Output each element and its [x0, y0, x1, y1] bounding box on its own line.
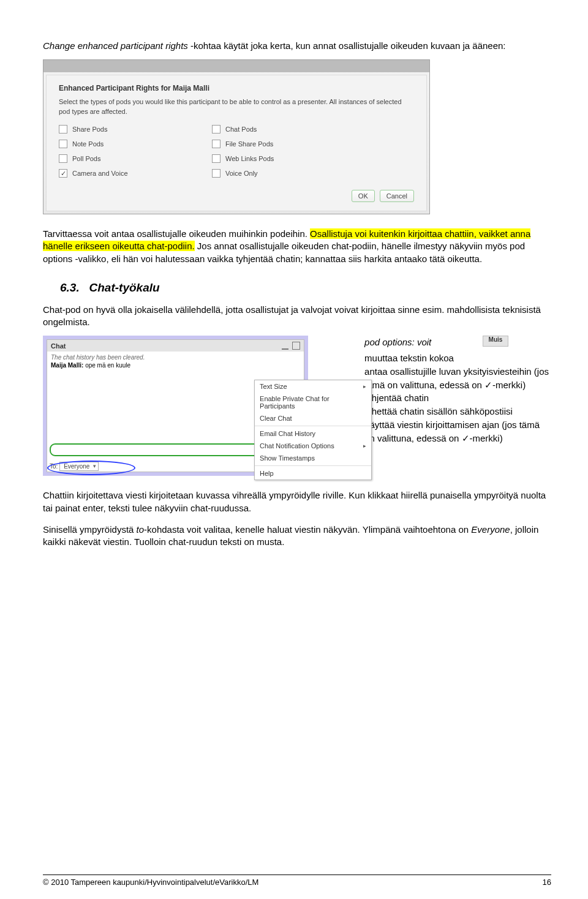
after-italic-everyone: Everyone — [471, 524, 510, 535]
section-heading: 6.3. Chat-työkalu — [60, 281, 551, 295]
checkbox-icon — [212, 125, 221, 134]
intro-italic: Change enhanced participant rights — [43, 40, 188, 51]
pod-options-menu: Text Size ▸ Enable Private Chat for Part… — [254, 380, 372, 480]
section-title: Chat-työkalu — [89, 281, 160, 294]
to-value: Everyone — [64, 463, 89, 470]
mid-paragraph: Tarvittaessa voit antaa osallistujalle o… — [43, 228, 551, 265]
submenu-arrow-icon: ▸ — [363, 383, 366, 389]
check-label: Note Pods — [72, 140, 104, 148]
check-label: Voice Only — [225, 170, 258, 177]
opt-line-2: antaa osallistujille luvan yksityisviest… — [364, 365, 551, 392]
options-title-b: voit — [415, 337, 432, 347]
menu-enable-private-chat[interactable]: Enable Private Chat for Participants — [255, 393, 371, 412]
after-p2: Sinisellä ympyröidystä to-kohdasta voit … — [43, 524, 551, 549]
opt-line-3: tyhjentää chatin — [364, 391, 551, 405]
menu-label: Clear Chat — [260, 415, 292, 422]
dialog-subtext: Select the types of pods you would like … — [59, 97, 414, 116]
menu-separator — [255, 465, 371, 466]
checkbox-icon — [212, 154, 221, 163]
menu-show-timestamps[interactable]: Show Timestamps — [255, 452, 371, 464]
section-paragraph: Chat-pod on hyvä olla jokaisella välileh… — [43, 304, 551, 329]
menu-notification-options[interactable]: Chat Notification Options ▸ — [255, 440, 371, 452]
check-weblinks-pods[interactable]: Web Links Pods — [212, 154, 341, 163]
options-icon[interactable] — [292, 342, 300, 350]
chat-author: Maija Malli: — [51, 362, 83, 369]
check-fileshare-pods[interactable]: File Share Pods — [212, 140, 341, 148]
check-label: File Share Pods — [225, 140, 273, 148]
opt-line-5: näyttää viestin kirjoittamisen ajan (jos… — [364, 418, 551, 445]
muis-label: Muis — [483, 336, 508, 347]
checkbox-icon — [59, 140, 67, 148]
menu-separator — [255, 426, 371, 426]
submenu-arrow-icon: ▸ — [363, 443, 366, 449]
check-share-pods[interactable]: Share Pods — [59, 125, 187, 134]
checkbox-grid: Share Pods Chat Pods Note Pods File Shar… — [59, 125, 414, 178]
menu-help[interactable]: Help — [255, 467, 371, 480]
check-camera-voice[interactable]: ✓ Camera and Voice — [59, 169, 187, 178]
check-note-pods[interactable]: Note Pods — [59, 140, 187, 148]
ok-button[interactable]: OK — [352, 190, 375, 202]
menu-clear-chat[interactable]: Clear Chat — [255, 412, 371, 424]
menu-label: Text Size — [260, 383, 287, 390]
menu-label: Help — [260, 470, 274, 477]
checkmark-icon: ✓ — [484, 380, 492, 390]
checkbox-icon — [59, 125, 67, 134]
footer-page-number: 16 — [543, 878, 551, 887]
section-num: 6.3. — [60, 281, 80, 294]
options-explanation: pod options: voit muuttaa tekstin kokoa … — [364, 336, 551, 476]
after-p1: Chattiin kirjoitettava viesti kirjoiteta… — [43, 489, 551, 514]
page-footer: © 2010 Tampereen kaupunki/Hyvinvointipal… — [43, 875, 551, 887]
intro-rest: -kohtaa käytät joka kerta, kun annat osa… — [188, 40, 506, 51]
checkmark-icon: ✓ — [462, 433, 470, 443]
menu-label: Enable Private Chat for Participants — [260, 395, 366, 410]
check-poll-pods[interactable]: Poll Pods — [59, 154, 187, 163]
cancel-button[interactable]: Cancel — [380, 190, 414, 202]
menu-text-size[interactable]: Text Size ▸ — [255, 380, 371, 393]
check-chat-pods[interactable]: Chat Pods — [212, 125, 341, 134]
checkbox-icon — [59, 154, 67, 163]
chat-text: ope mä en kuule — [83, 362, 130, 369]
menu-email-history[interactable]: Email Chat History — [255, 427, 371, 440]
chat-title: Chat — [51, 342, 66, 350]
dialog-titlebar — [43, 60, 429, 72]
to-label: To: — [50, 463, 58, 470]
check-label: Chat Pods — [225, 126, 257, 133]
check-label: Camera and Voice — [72, 170, 128, 177]
chat-pod: Chat The chat history has been cleared. … — [43, 336, 308, 476]
chat-titlebar: Chat — [47, 340, 304, 352]
menu-label: Chat Notification Options — [260, 442, 334, 450]
chat-cleared-text: The chat history has been cleared. — [51, 354, 300, 361]
check-voice-only[interactable]: Voice Only — [212, 169, 341, 178]
opt-line-4: lähettää chatin sisällön sähköpostiisi — [364, 405, 551, 418]
minimize-icon[interactable] — [282, 342, 288, 350]
menu-label: Show Timestamps — [260, 454, 315, 462]
menu-label: Email Chat History — [260, 430, 315, 437]
opt-line-1: muuttaa tekstin kokoa — [364, 352, 551, 365]
check-label: Share Pods — [72, 126, 107, 133]
dialog-heading: Enhanced Participant Rights for Maija Ma… — [59, 84, 414, 92]
intro-paragraph: Change enhanced participant rights -koht… — [43, 40, 551, 52]
chat-message: Maija Malli: ope mä en kuule — [51, 362, 300, 369]
checkbox-icon-checked: ✓ — [59, 169, 67, 178]
chat-input[interactable] — [50, 443, 284, 456]
checkbox-icon — [212, 169, 221, 178]
options-title-a: pod options: — [364, 337, 415, 347]
to-dropdown[interactable]: Everyone — [59, 462, 99, 471]
rights-dialog: Enhanced Participant Rights for Maija Ma… — [43, 59, 430, 214]
checkbox-icon — [212, 140, 221, 148]
footer-left: © 2010 Tampereen kaupunki/Hyvinvointipal… — [43, 878, 258, 887]
check-label: Web Links Pods — [225, 155, 274, 162]
check-label: Poll Pods — [72, 155, 100, 162]
after-italic-to: to — [137, 524, 145, 535]
mid-text-a: Tarvittaessa voit antaa osallistujalle o… — [43, 228, 310, 239]
